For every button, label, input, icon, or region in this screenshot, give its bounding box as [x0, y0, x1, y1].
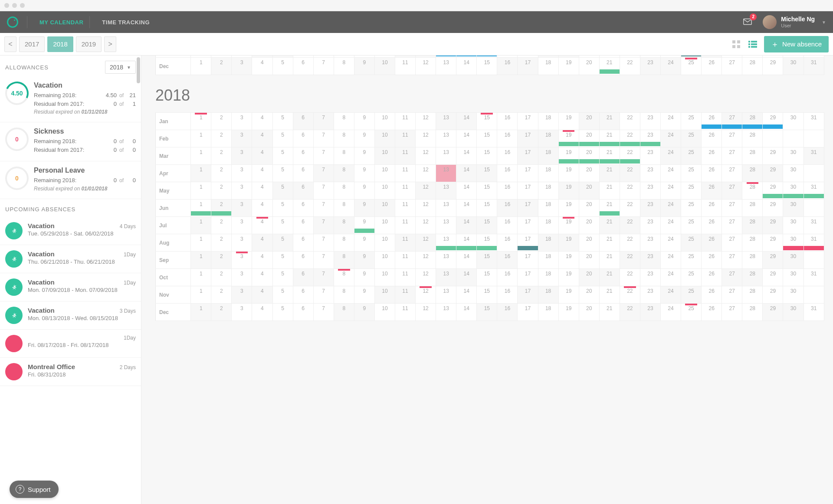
day-cell[interactable]: 31 [803, 113, 824, 130]
day-cell[interactable]: 18 [538, 252, 558, 269]
day-cell[interactable]: 26 [702, 304, 722, 321]
day-cell[interactable]: 25 [681, 269, 702, 286]
day-cell[interactable]: 11 [395, 113, 415, 130]
day-cell[interactable]: 24 [660, 252, 681, 269]
day-cell[interactable]: 13 [436, 182, 456, 200]
day-cell[interactable]: 20 [579, 130, 599, 147]
year-next-button[interactable]: > [104, 36, 116, 52]
day-cell[interactable]: 3 [232, 147, 252, 165]
day-cell[interactable]: 21 [599, 147, 620, 165]
day-cell[interactable]: 3 [232, 165, 252, 182]
day-cell[interactable]: 4 [252, 182, 272, 200]
day-cell[interactable]: 14 [456, 182, 477, 200]
day-cell[interactable]: 11 [395, 234, 415, 252]
day-cell[interactable]: 25 [681, 217, 702, 234]
day-cell[interactable]: 18 [538, 113, 558, 130]
day-cell[interactable]: 10 [374, 252, 395, 269]
day-cell[interactable]: 26 [702, 113, 722, 130]
day-cell[interactable]: 8 [334, 200, 354, 217]
day-cell[interactable]: 24 [660, 182, 681, 200]
day-cell[interactable]: 3 [232, 113, 252, 130]
day-cell[interactable]: 1 [191, 252, 211, 269]
day-cell[interactable]: 16 [497, 58, 518, 75]
day-cell[interactable]: 28 [742, 269, 763, 286]
day-cell[interactable]: 7 [313, 182, 334, 200]
day-cell[interactable]: 15 [477, 286, 497, 304]
day-cell[interactable]: 13 [436, 234, 456, 252]
day-cell[interactable]: 13 [436, 217, 456, 234]
day-cell[interactable]: 16 [497, 200, 518, 217]
day-cell[interactable]: 1 [191, 200, 211, 217]
day-cell[interactable]: 19 [558, 113, 579, 130]
day-cell[interactable]: 18 [538, 182, 558, 200]
day-cell[interactable]: 1 [191, 182, 211, 200]
day-cell[interactable]: 4 [252, 234, 272, 252]
day-cell[interactable]: 9 [354, 269, 374, 286]
day-cell[interactable]: 14 [456, 252, 477, 269]
day-cell[interactable]: 11 [395, 200, 415, 217]
day-cell[interactable]: 18 [538, 130, 558, 147]
day-cell[interactable]: 24 [660, 304, 681, 321]
day-cell[interactable]: 23 [640, 147, 660, 165]
day-cell[interactable]: 30 [783, 165, 803, 182]
allowances-year-select[interactable]: 2018 ▼ [105, 61, 136, 74]
day-cell[interactable]: 13 [436, 58, 456, 75]
day-cell[interactable]: 10 [374, 130, 395, 147]
day-cell[interactable]: 20 [579, 286, 599, 304]
day-cell[interactable]: 11 [395, 130, 415, 147]
day-cell[interactable]: 23 [640, 182, 660, 200]
day-cell[interactable]: 14 [456, 200, 477, 217]
day-cell[interactable]: 22 [620, 234, 640, 252]
day-cell[interactable]: 1 [191, 113, 211, 130]
day-cell[interactable]: 14 [456, 217, 477, 234]
day-cell[interactable]: 28 [742, 252, 763, 269]
day-cell[interactable]: 12 [416, 217, 436, 234]
day-cell[interactable]: 23 [640, 130, 660, 147]
day-cell[interactable]: 26 [702, 165, 722, 182]
day-cell[interactable]: 26 [702, 252, 722, 269]
day-cell[interactable]: 14 [456, 130, 477, 147]
day-cell[interactable]: 28 [742, 182, 763, 200]
day-cell[interactable]: 12 [416, 58, 436, 75]
upcoming-absence-item[interactable]: Vacation 1Day Mon. 07/09/2018 - Mon. 07/… [0, 273, 141, 301]
day-cell[interactable]: 27 [722, 304, 742, 321]
day-cell[interactable]: 18 [538, 304, 558, 321]
day-cell[interactable]: 16 [497, 182, 518, 200]
day-cell[interactable]: 9 [354, 58, 374, 75]
day-cell[interactable]: 15 [477, 304, 497, 321]
view-grid-icon[interactable] [729, 37, 743, 51]
day-cell[interactable]: 28 [742, 200, 763, 217]
day-cell[interactable]: 24 [660, 130, 681, 147]
day-cell[interactable]: 30 [783, 58, 803, 75]
day-cell[interactable]: 27 [722, 217, 742, 234]
day-cell[interactable]: 27 [722, 113, 742, 130]
day-cell[interactable]: 31 [803, 234, 824, 252]
day-cell[interactable]: 19 [558, 200, 579, 217]
day-cell[interactable]: 12 [416, 252, 436, 269]
day-cell[interactable]: 20 [579, 165, 599, 182]
day-cell[interactable]: 2 [211, 182, 232, 200]
day-cell[interactable]: 1 [191, 304, 211, 321]
day-cell[interactable]: 21 [599, 304, 620, 321]
day-cell[interactable]: 17 [518, 147, 538, 165]
nav-tab-time-tracking[interactable]: TIME TRACKING [96, 19, 156, 26]
day-cell[interactable]: 22 [620, 130, 640, 147]
day-cell[interactable]: 21 [599, 200, 620, 217]
day-cell[interactable]: 25 [681, 130, 702, 147]
day-cell[interactable]: 22 [620, 217, 640, 234]
day-cell[interactable]: 5 [272, 286, 293, 304]
day-cell[interactable]: 22 [620, 269, 640, 286]
day-cell[interactable]: 5 [272, 182, 293, 200]
day-cell[interactable]: 11 [395, 286, 415, 304]
day-cell[interactable]: 14 [456, 234, 477, 252]
day-cell[interactable]: 11 [395, 269, 415, 286]
day-cell[interactable]: 1 [191, 58, 211, 75]
day-cell[interactable]: 15 [477, 165, 497, 182]
day-cell[interactable]: 1 [191, 130, 211, 147]
allowance-item[interactable]: 4.50 Vacation Remaining 2018:4.50of21Res… [0, 76, 141, 122]
day-cell[interactable]: 10 [374, 200, 395, 217]
day-cell[interactable]: 12 [416, 182, 436, 200]
day-cell[interactable]: 10 [374, 147, 395, 165]
day-cell[interactable]: 12 [416, 234, 436, 252]
day-cell[interactable]: 28 [742, 58, 763, 75]
